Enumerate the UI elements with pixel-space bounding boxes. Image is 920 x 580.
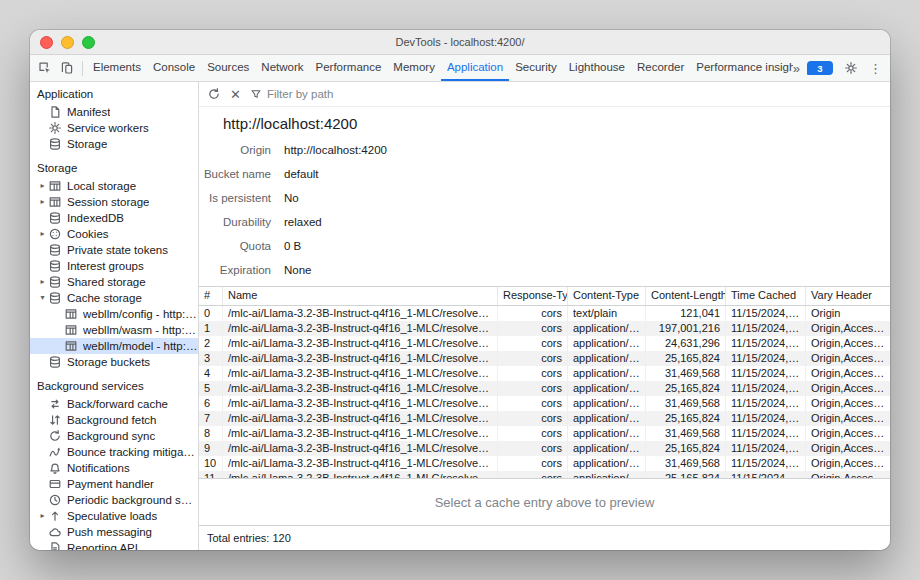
- tab-security[interactable]: Security: [509, 55, 563, 81]
- tab-network[interactable]: Network: [255, 55, 309, 81]
- table-row[interactable]: 8/mlc-ai/Llama-3.2-3B-Instruct-q4f16_1-M…: [199, 426, 890, 441]
- tab-sources[interactable]: Sources: [201, 55, 255, 81]
- sidebar-item-local-storage[interactable]: ▸Local storage: [30, 178, 198, 194]
- table-row[interactable]: 6/mlc-ai/Llama-3.2-3B-Instruct-q4f16_1-M…: [199, 396, 890, 411]
- sidebar-item-background-sync[interactable]: Background sync: [30, 428, 198, 444]
- tab-console[interactable]: Console: [147, 55, 201, 81]
- minimize-button[interactable]: [61, 36, 74, 49]
- sidebar-item-storage-buckets[interactable]: Storage buckets: [30, 354, 198, 370]
- column-header-content-length[interactable]: Content-Length: [646, 287, 726, 305]
- sidebar-item-webllm-model-http-loc[interactable]: webllm/model - http://loc…: [30, 338, 198, 354]
- table-cell: Origin,Access…: [806, 456, 890, 471]
- sidebar-item-indexeddb[interactable]: IndexedDB: [30, 210, 198, 226]
- database-icon: [48, 137, 62, 151]
- sidebar-item-label: Bounce tracking mitigations: [67, 444, 198, 460]
- tab-elements[interactable]: Elements: [87, 55, 147, 81]
- table-row[interactable]: 7/mlc-ai/Llama-3.2-3B-Instruct-q4f16_1-M…: [199, 411, 890, 426]
- column-header-response-type[interactable]: Response-Type: [498, 287, 568, 305]
- inspect-element-button[interactable]: [34, 57, 56, 79]
- tab-label: Performance insights: [696, 55, 792, 79]
- sidebar-item-reporting-api[interactable]: Reporting API: [30, 540, 198, 550]
- table-row[interactable]: 10/mlc-ai/Llama-3.2-3B-Instruct-q4f16_1-…: [199, 456, 890, 471]
- sidebar-item-background-fetch[interactable]: Background fetch: [30, 412, 198, 428]
- table-row[interactable]: 2/mlc-ai/Llama-3.2-3B-Instruct-q4f16_1-M…: [199, 336, 890, 351]
- sidebar-item-shared-storage[interactable]: ▸Shared storage: [30, 274, 198, 290]
- table-icon: [64, 307, 78, 321]
- table-cell: /mlc-ai/Llama-3.2-3B-Instruct-q4f16_1-ML…: [223, 441, 498, 456]
- issues-message-icon[interactable]: 3: [807, 61, 833, 75]
- table-cell: application/oc…: [568, 321, 646, 336]
- sidebar-item-cookies[interactable]: ▸Cookies: [30, 226, 198, 242]
- settings-button[interactable]: [840, 57, 862, 79]
- clear-icon[interactable]: ✕: [230, 88, 241, 101]
- table-row[interactable]: 3/mlc-ai/Llama-3.2-3B-Instruct-q4f16_1-M…: [199, 351, 890, 366]
- tab-performance-insights[interactable]: Performance insights: [690, 55, 792, 81]
- tab-memory[interactable]: Memory: [387, 55, 441, 81]
- chevron-right-icon[interactable]: ▸: [37, 508, 48, 524]
- metadata-label: Expiration: [199, 264, 271, 276]
- table-row[interactable]: 11/mlc-ai/Llama-3.2-3B-Instruct-q4f16_1-…: [199, 471, 890, 478]
- sidebar-item-service-workers[interactable]: Service workers: [30, 120, 198, 136]
- sidebar-item-periodic-background-sync[interactable]: Periodic background sync: [30, 492, 198, 508]
- sidebar-item-private-state-tokens[interactable]: Private state tokens: [30, 242, 198, 258]
- sidebar-item-back-forward-cache[interactable]: Back/forward cache: [30, 396, 198, 412]
- kebab-menu-icon[interactable]: ⋮: [869, 62, 882, 75]
- table-row[interactable]: 9/mlc-ai/Llama-3.2-3B-Instruct-q4f16_1-M…: [199, 441, 890, 456]
- column-header-name[interactable]: Name: [223, 287, 498, 305]
- table-row[interactable]: 5/mlc-ai/Llama-3.2-3B-Instruct-q4f16_1-M…: [199, 381, 890, 396]
- chevron-right-icon[interactable]: ▸: [37, 274, 48, 290]
- chevron-right-icon[interactable]: ▸: [37, 194, 48, 210]
- sidebar-item-webllm-config-http-loc[interactable]: webllm/config - http://loc…: [30, 306, 198, 322]
- sidebar-item-interest-groups[interactable]: Interest groups: [30, 258, 198, 274]
- sidebar-section-application[interactable]: Application: [30, 85, 198, 104]
- sidebar-item-bounce-tracking-mitigations[interactable]: Bounce tracking mitigations: [30, 444, 198, 460]
- sidebar-item-speculative-loads[interactable]: ▸Speculative loads: [30, 508, 198, 524]
- table-cell: application/oc…: [568, 336, 646, 351]
- table-cell: cors: [498, 456, 568, 471]
- tab-label: Console: [153, 55, 195, 79]
- table-cell: 25,165,824: [646, 381, 726, 396]
- sidebar-item-webllm-wasm-http-loca[interactable]: webllm/wasm - http://loca…: [30, 322, 198, 338]
- tab-performance[interactable]: Performance: [310, 55, 388, 81]
- device-toolbar-icon: [60, 61, 74, 75]
- table-cell: Origin,Access…: [806, 336, 890, 351]
- tab-label: Performance: [316, 55, 382, 79]
- table-row[interactable]: 4/mlc-ai/Llama-3.2-3B-Instruct-q4f16_1-M…: [199, 366, 890, 381]
- sidebar-item-storage[interactable]: Storage: [30, 136, 198, 152]
- filter-input[interactable]: Filter by path: [250, 88, 333, 100]
- sidebar-item-cache-storage[interactable]: ▾Cache storage: [30, 290, 198, 306]
- chevron-right-icon[interactable]: ▸: [37, 226, 48, 242]
- table-cell: Origin,Access…: [806, 441, 890, 456]
- refresh-icon[interactable]: [207, 87, 221, 101]
- sidebar-item-notifications[interactable]: Notifications: [30, 460, 198, 476]
- zoom-button[interactable]: [82, 36, 95, 49]
- sidebar-item-push-messaging[interactable]: Push messaging: [30, 524, 198, 540]
- tab-lighthouse[interactable]: Lighthouse: [563, 55, 631, 81]
- sidebar-item-session-storage[interactable]: ▸Session storage: [30, 194, 198, 210]
- table-cell: 25,165,824: [646, 351, 726, 366]
- table-row[interactable]: 1/mlc-ai/Llama-3.2-3B-Instruct-q4f16_1-M…: [199, 321, 890, 336]
- devtools-window: DevTools - localhost:4200/ ElementsConso…: [30, 30, 890, 550]
- table-row[interactable]: 0/mlc-ai/Llama-3.2-3B-Instruct-q4f16_1-M…: [199, 306, 890, 321]
- chevron-right-icon[interactable]: ▸: [37, 178, 48, 194]
- chevron-down-icon[interactable]: ▾: [37, 290, 48, 306]
- table-cell: Origin: [806, 306, 890, 321]
- device-toolbar-button[interactable]: [56, 57, 78, 79]
- column-header-time-cached[interactable]: Time Cached: [726, 287, 806, 305]
- sidebar-section-background-services[interactable]: Background services: [30, 377, 198, 396]
- table-cell: Origin,Access…: [806, 471, 890, 478]
- table-icon: [48, 179, 62, 193]
- sidebar-item-manifest[interactable]: Manifest: [30, 104, 198, 120]
- devtools-tabbar: ElementsConsoleSourcesNetworkPerformance…: [30, 55, 890, 82]
- tab-recorder[interactable]: Recorder: [631, 55, 690, 81]
- sidebar-item-payment-handler[interactable]: Payment handler: [30, 476, 198, 492]
- column-header-vary-header[interactable]: Vary Header: [806, 287, 890, 305]
- close-button[interactable]: [40, 36, 53, 49]
- tab-application[interactable]: Application: [441, 55, 509, 81]
- column-header-content-type[interactable]: Content-Type: [568, 287, 646, 305]
- cache-preview-pane: Select a cache entry above to preview: [199, 478, 890, 525]
- application-sidebar-tree: ApplicationManifestService workersStorag…: [30, 82, 199, 550]
- more-tabs-icon[interactable]: »: [793, 62, 800, 75]
- sidebar-section-storage[interactable]: Storage: [30, 159, 198, 178]
- column-header-[interactable]: #: [199, 287, 223, 305]
